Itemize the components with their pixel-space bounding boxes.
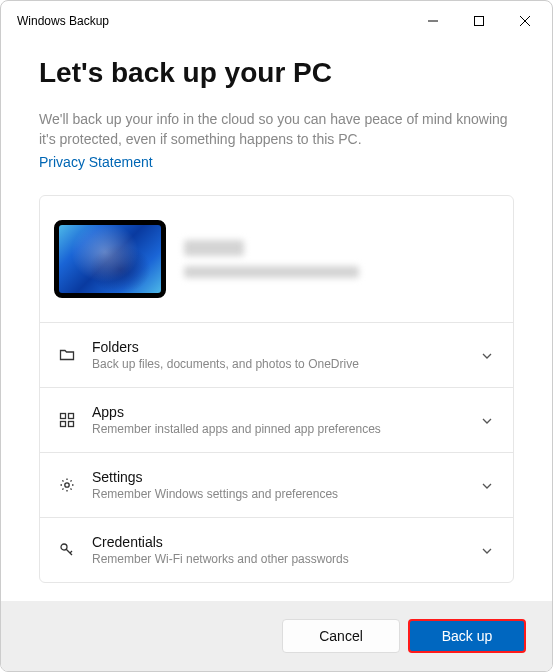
- category-settings[interactable]: Settings Remember Windows settings and p…: [40, 452, 513, 517]
- cancel-button[interactable]: Cancel: [282, 619, 400, 653]
- app-window: Windows Backup Let's back up your PC We'…: [0, 0, 553, 672]
- window-controls: [410, 5, 548, 37]
- svg-rect-4: [61, 413, 66, 418]
- backup-button[interactable]: Back up: [408, 619, 526, 653]
- content-area: Let's back up your PC We'll back up your…: [1, 41, 552, 601]
- chevron-down-icon: [481, 543, 495, 557]
- category-text: Folders Back up files, documents, and ph…: [92, 339, 465, 371]
- category-folders[interactable]: Folders Back up files, documents, and ph…: [40, 322, 513, 387]
- category-title: Folders: [92, 339, 465, 355]
- close-button[interactable]: [502, 5, 548, 37]
- apps-icon: [58, 411, 76, 429]
- svg-rect-6: [61, 421, 66, 426]
- page-heading: Let's back up your PC: [39, 57, 514, 89]
- backup-card: Folders Back up files, documents, and ph…: [39, 195, 514, 583]
- device-section: [40, 196, 513, 322]
- svg-line-11: [70, 551, 72, 553]
- chevron-down-icon: [481, 348, 495, 362]
- category-apps[interactable]: Apps Remember installed apps and pinned …: [40, 387, 513, 452]
- category-subtitle: Remember Windows settings and preference…: [92, 487, 465, 501]
- category-text: Credentials Remember Wi-Fi networks and …: [92, 534, 465, 566]
- category-title: Credentials: [92, 534, 465, 550]
- window-title: Windows Backup: [17, 14, 410, 28]
- device-subtitle-redacted: [184, 266, 359, 278]
- category-subtitle: Remember installed apps and pinned app p…: [92, 422, 465, 436]
- folder-icon: [58, 346, 76, 364]
- device-info: [184, 240, 495, 278]
- titlebar: Windows Backup: [1, 1, 552, 41]
- category-subtitle: Back up files, documents, and photos to …: [92, 357, 465, 371]
- chevron-down-icon: [481, 413, 495, 427]
- svg-rect-7: [69, 421, 74, 426]
- category-text: Settings Remember Windows settings and p…: [92, 469, 465, 501]
- category-text: Apps Remember installed apps and pinned …: [92, 404, 465, 436]
- privacy-statement-link[interactable]: Privacy Statement: [39, 154, 153, 170]
- category-credentials[interactable]: Credentials Remember Wi-Fi networks and …: [40, 517, 513, 582]
- svg-point-8: [65, 482, 69, 486]
- svg-point-9: [61, 544, 67, 550]
- maximize-button[interactable]: [456, 5, 502, 37]
- category-title: Settings: [92, 469, 465, 485]
- footer: Cancel Back up: [1, 601, 552, 671]
- svg-rect-5: [69, 413, 74, 418]
- minimize-button[interactable]: [410, 5, 456, 37]
- category-subtitle: Remember Wi-Fi networks and other passwo…: [92, 552, 465, 566]
- device-name-redacted: [184, 240, 244, 256]
- key-icon: [58, 541, 76, 559]
- svg-rect-1: [475, 17, 484, 26]
- chevron-down-icon: [481, 478, 495, 492]
- category-title: Apps: [92, 404, 465, 420]
- device-thumbnail: [54, 220, 166, 298]
- settings-icon: [58, 476, 76, 494]
- page-description: We'll back up your info in the cloud so …: [39, 109, 514, 150]
